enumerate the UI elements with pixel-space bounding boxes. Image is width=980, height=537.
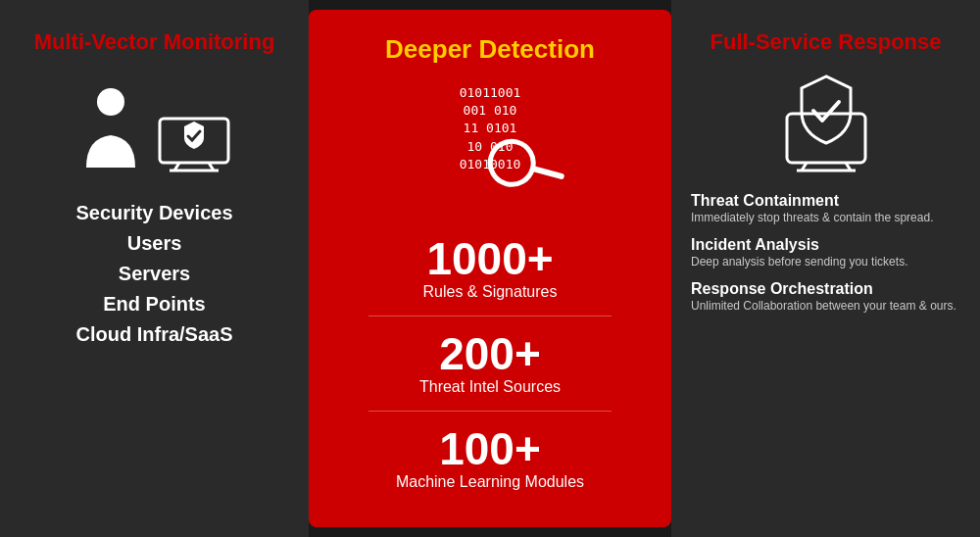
stat-block-0: 1000+ Rules & Signatures [423,236,558,301]
response-item-2: Response Orchestration Unlimited Collabo… [691,280,960,315]
binary-magnifier-icon: 01011001 001 010 11 0101 10 010 01010010 [416,84,564,212]
svg-point-5 [482,133,541,192]
stat-number-1: 200+ [419,331,561,376]
left-panel-title: Multi-Vector Monitoring [34,29,275,55]
shield-monitor-icon [155,84,233,172]
right-title-highlight: Response [838,29,941,54]
list-item-3: End Points [103,293,205,316]
stat-number-0: 1000+ [423,236,558,281]
response-item-1-title: Incident Analysis [691,236,960,254]
list-item-1: Users [127,232,182,255]
response-item-1: Incident Analysis Deep analysis before s… [691,236,960,270]
left-title-highlight: Monitoring [164,29,275,54]
middle-panel-title: Deeper Detection [385,34,595,65]
divider-1 [368,316,612,317]
stat-label-1: Threat Intel Sources [419,378,561,396]
response-item-2-desc: Unlimited Collaboration between your tea… [691,298,960,315]
response-item-0-title: Threat Containment [691,192,960,210]
right-title-text: Full-Service [710,29,839,54]
stat-label-0: Rules & Signatures [423,283,558,301]
middle-panel: Deeper Detection 01011001 001 010 11 010… [309,10,671,527]
left-panel: Multi-Vector Monitoring Security Devices… [0,0,309,537]
stat-block-2: 100+ Machine Learning Modules [396,426,584,491]
response-item-0-desc: Immediately stop threats & contain the s… [691,210,960,226]
middle-title-highlight: Detection [478,34,594,64]
right-panel-title: Full-Service Response [710,29,942,55]
response-item-2-title: Response Orchestration [691,280,960,298]
stat-number-2: 100+ [396,426,584,471]
divider-2 [368,411,612,412]
right-response-items: Threat Containment Immediately stop thre… [691,192,960,314]
svg-line-6 [533,159,562,187]
left-list: Security Devices Users Servers End Point… [20,202,289,346]
person-icon [76,84,145,172]
response-item-1-desc: Deep analysis before sending you tickets… [691,254,960,270]
right-panel: Full-Service Response Threat Containment… [671,0,980,537]
list-item-2: Servers [119,263,190,285]
response-item-0: Threat Containment Immediately stop thre… [691,192,960,226]
list-item-0: Security Devices [75,202,232,224]
svg-rect-7 [787,114,865,163]
left-icon-area [76,84,233,172]
left-title-text: Multi-Vector [34,29,164,54]
list-item-4: Cloud Infra/SaaS [75,323,232,346]
stat-block-1: 200+ Threat Intel Sources [419,331,561,396]
right-shield-icon [777,74,875,172]
middle-title-text: Deeper [385,34,478,64]
stat-label-2: Machine Learning Modules [396,473,584,491]
svg-point-0 [97,88,124,116]
